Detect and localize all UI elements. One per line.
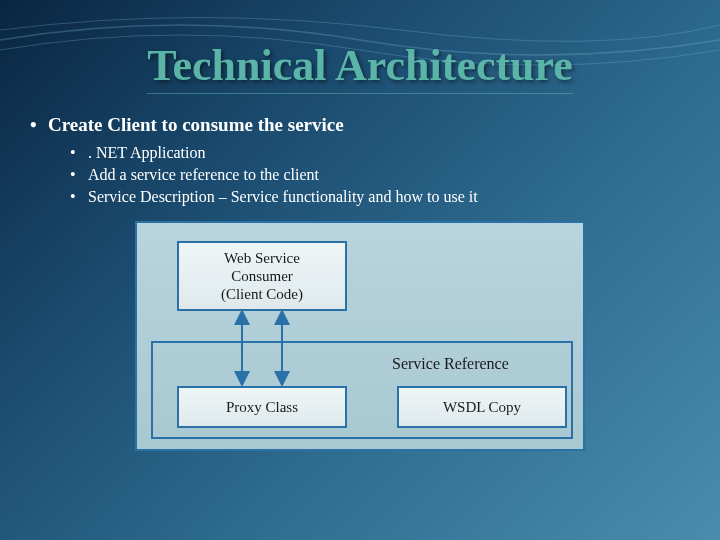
sub-bullet-text: Service Description – Service functional… xyxy=(88,188,478,205)
sub-bullet-list: •. NET Application •Add a service refere… xyxy=(70,144,690,206)
consumer-line: (Client Code) xyxy=(221,285,303,303)
consumer-line: Web Service xyxy=(224,249,300,267)
architecture-diagram: Web Service Consumer (Client Code) Servi… xyxy=(135,221,585,451)
web-service-consumer-box: Web Service Consumer (Client Code) xyxy=(177,241,347,311)
sub-bullet: •Service Description – Service functiona… xyxy=(70,188,690,206)
sub-bullet-text: . NET Application xyxy=(88,144,205,161)
sub-bullet: •. NET Application xyxy=(70,144,690,162)
decorative-wave xyxy=(0,0,720,80)
sub-bullet-text: Add a service reference to the client xyxy=(88,166,319,183)
wsdl-copy-text: WSDL Copy xyxy=(443,399,521,416)
wsdl-copy-box: WSDL Copy xyxy=(397,386,567,428)
main-bullet: •Create Client to consume the service xyxy=(30,114,690,136)
content-area: •Create Client to consume the service •.… xyxy=(30,114,690,451)
proxy-class-text: Proxy Class xyxy=(226,399,298,416)
sub-bullet: •Add a service reference to the client xyxy=(70,166,690,184)
service-reference-label: Service Reference xyxy=(392,355,509,373)
main-bullet-text: Create Client to consume the service xyxy=(48,114,344,135)
bidirectional-arrow xyxy=(227,311,297,386)
consumer-line: Consumer xyxy=(231,267,293,285)
proxy-class-box: Proxy Class xyxy=(177,386,347,428)
